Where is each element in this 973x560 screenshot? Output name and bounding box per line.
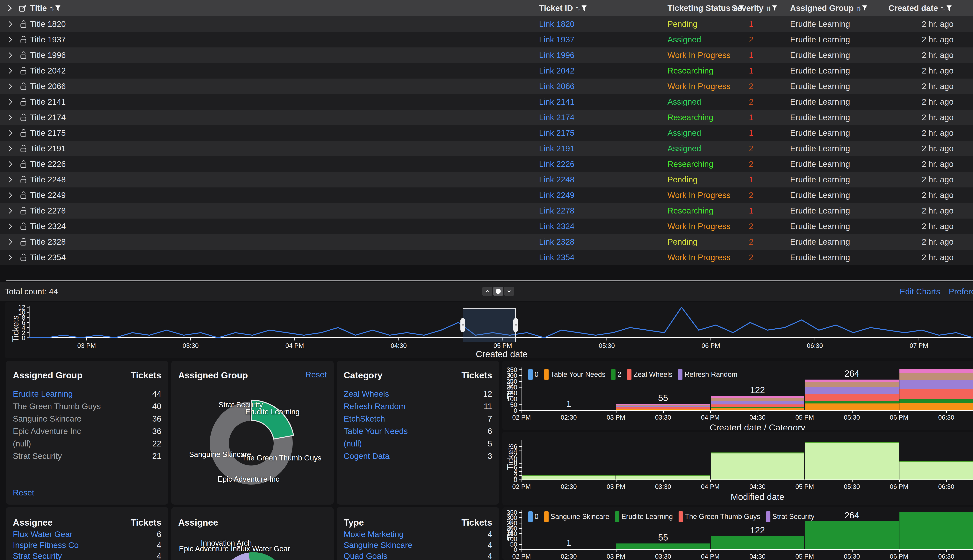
table-row[interactable]: Title 2141Link 2141Assigned2Erudite Lear… xyxy=(0,94,973,110)
filter-funnel-icon[interactable] xyxy=(946,5,951,11)
table-row[interactable]: Title 2066Link 2066Work In Progress2Erud… xyxy=(0,78,973,94)
ticket-link[interactable]: Link 2328 xyxy=(539,234,575,250)
row-expand-chevron-icon[interactable] xyxy=(8,16,13,32)
bar-02PM[interactable] xyxy=(522,475,615,480)
brush-handle-left[interactable] xyxy=(460,318,465,332)
expand-all-chevron-icon[interactable] xyxy=(7,0,13,16)
ticket-link[interactable]: Link 2174 xyxy=(539,110,575,125)
list-item-label[interactable]: EtchSketch xyxy=(344,414,385,423)
row-expand-chevron-icon[interactable] xyxy=(8,141,13,156)
brush-selection[interactable] xyxy=(463,308,516,342)
row-expand-chevron-icon[interactable] xyxy=(8,250,13,256)
row-expand-chevron-icon[interactable] xyxy=(8,32,13,47)
bar-05PM[interactable] xyxy=(805,442,899,480)
row-expand-chevron-icon[interactable] xyxy=(8,94,13,110)
list-item-label[interactable]: (null) xyxy=(13,439,31,448)
row-expand-chevron-icon[interactable] xyxy=(8,110,13,125)
list-item-label[interactable]: Sanguine Skincare xyxy=(13,414,82,423)
preferences-link[interactable]: Preferences xyxy=(949,287,973,296)
stop-autoscroll-button[interactable] xyxy=(493,287,503,296)
list-item-label[interactable]: Zeal Wheels xyxy=(344,389,389,398)
ticket-link[interactable]: Link 2226 xyxy=(539,156,575,172)
row-expand-chevron-icon[interactable] xyxy=(8,234,13,250)
list-item-label[interactable]: Strat Security xyxy=(13,452,62,461)
ticket-link[interactable]: Link 2324 xyxy=(539,218,575,234)
table-row[interactable]: Title 1996Link 1996Work In Progress1Erud… xyxy=(0,47,973,63)
ticket-link[interactable]: Link 1937 xyxy=(539,32,575,47)
list-item-label[interactable]: Sanguine Skincare xyxy=(344,540,412,550)
ticket-link[interactable]: Link 2141 xyxy=(539,94,575,110)
table-row[interactable]: Title 2191Link 2191Assigned2Erudite Lear… xyxy=(0,141,973,156)
ticket-link[interactable]: Link 2191 xyxy=(539,141,575,156)
scroll-up-button[interactable] xyxy=(482,287,492,296)
sort-icons[interactable]: ↑↓ xyxy=(575,4,579,12)
row-expand-chevron-icon[interactable] xyxy=(8,156,13,172)
row-expand-chevron-icon[interactable] xyxy=(8,172,13,187)
row-expand-chevron-icon[interactable] xyxy=(8,218,13,234)
column-header-severity[interactable]: Severity ↑↓ xyxy=(732,0,777,16)
row-expand-chevron-icon[interactable] xyxy=(8,125,13,141)
table-row[interactable]: Title 2226Link 2226Researching2Erudite L… xyxy=(0,156,973,172)
bar-06PM[interactable] xyxy=(899,512,973,549)
bar-03PM[interactable] xyxy=(616,475,710,480)
row-expand-chevron-icon[interactable] xyxy=(8,187,13,203)
ticket-link[interactable]: Link 1820 xyxy=(539,16,575,32)
column-header-group[interactable]: Assigned Group ↑↓ xyxy=(790,0,867,16)
column-header-title[interactable]: Title ↑↓ xyxy=(30,0,60,16)
table-row[interactable]: Title 2042Link 2042Researching1Erudite L… xyxy=(0,63,973,78)
ticket-link[interactable]: Link 2354 xyxy=(539,250,575,256)
bar-03PM[interactable] xyxy=(616,404,710,410)
row-expand-chevron-icon[interactable] xyxy=(8,203,13,218)
filter-funnel-icon[interactable] xyxy=(55,5,60,11)
bar-05PM[interactable] xyxy=(805,380,899,410)
ticket-link[interactable]: Link 2278 xyxy=(539,203,575,218)
bar-03PM[interactable] xyxy=(616,543,710,549)
sort-icons[interactable]: ↑↓ xyxy=(49,4,53,12)
created-by-category-chart[interactable]: 05010015020025030035002 PM02:3003 PM03:3… xyxy=(502,361,973,430)
reset-link[interactable]: Reset xyxy=(13,488,34,497)
list-item-label[interactable]: Table Your Needs xyxy=(344,427,408,436)
edit-charts-link[interactable]: Edit Charts xyxy=(900,287,940,296)
list-item-label[interactable]: Cogent Data xyxy=(344,452,390,461)
ticket-link[interactable]: Link 2249 xyxy=(539,187,575,203)
ticket-link[interactable]: Link 1996 xyxy=(539,47,575,63)
column-header-ticket-id[interactable]: Ticket ID ↑↓ xyxy=(539,0,587,16)
list-item-label[interactable]: Inspire Fitness Co xyxy=(13,540,79,550)
bar-04PM[interactable] xyxy=(711,536,804,549)
row-expand-chevron-icon[interactable] xyxy=(8,47,13,63)
sort-icons[interactable]: ↑↓ xyxy=(940,4,944,12)
bar-04PM[interactable] xyxy=(711,396,804,410)
list-item-label[interactable]: Strat Security xyxy=(13,552,62,560)
horizontal-scrollbar[interactable] xyxy=(6,280,973,282)
ticket-link[interactable]: Link 2042 xyxy=(539,63,575,78)
table-row[interactable]: Title 1820Link 1820Pending1Erudite Learn… xyxy=(0,16,973,32)
table-row[interactable]: Title 2249Link 2249Work In Progress2Erud… xyxy=(0,187,973,203)
sort-icons[interactable]: ↑↓ xyxy=(766,4,770,12)
filter-funnel-icon[interactable] xyxy=(582,5,587,11)
created-by-group-chart[interactable]: 05010015020025030035002 PM02:3003 PM03:3… xyxy=(502,507,973,560)
brush-handle-right[interactable] xyxy=(513,318,518,332)
row-expand-chevron-icon[interactable] xyxy=(8,63,13,78)
bar-06PM[interactable] xyxy=(899,369,973,410)
created-date-timeline-chart[interactable]: 02468101203 PM03:3004 PM04:3005 PM05:300… xyxy=(5,302,973,358)
list-item-label[interactable]: (null) xyxy=(344,439,362,448)
sort-icons[interactable]: ↑↓ xyxy=(856,4,860,12)
bar-02PM[interactable] xyxy=(522,410,615,410)
ticket-link[interactable]: Link 2066 xyxy=(539,78,575,94)
filter-funnel-icon[interactable] xyxy=(772,5,777,11)
list-item-label[interactable]: Quad Goals xyxy=(344,552,387,560)
table-row[interactable]: Title 2354Link 2354Work In Progress2Erud… xyxy=(0,250,973,256)
table-row[interactable]: Title 2248Link 2248Pending1Erudite Learn… xyxy=(0,172,973,187)
table-row[interactable]: Title 2328Link 2328Pending2Erudite Learn… xyxy=(0,234,973,250)
list-item-label[interactable]: Erudite Learning xyxy=(13,389,73,398)
table-row[interactable]: Title 2174Link 2174Researching1Erudite L… xyxy=(0,110,973,125)
table-row[interactable]: Title 1937Link 1937Assigned2Erudite Lear… xyxy=(0,32,973,47)
modified-date-chart[interactable]: 024681012141602 PM02:3003 PM03:3004 PM04… xyxy=(502,432,973,505)
bar-04PM[interactable] xyxy=(711,452,804,480)
list-item-label[interactable]: Refresh Random xyxy=(344,402,405,411)
table-row[interactable]: Title 2278Link 2278Researching1Erudite L… xyxy=(0,203,973,218)
table-row[interactable]: Title 2324Link 2324Work In Progress2Erud… xyxy=(0,218,973,234)
bar-06PM[interactable] xyxy=(899,461,973,480)
list-item-label[interactable]: Moxie Marketing xyxy=(344,530,404,539)
external-link-icon[interactable] xyxy=(18,0,27,16)
